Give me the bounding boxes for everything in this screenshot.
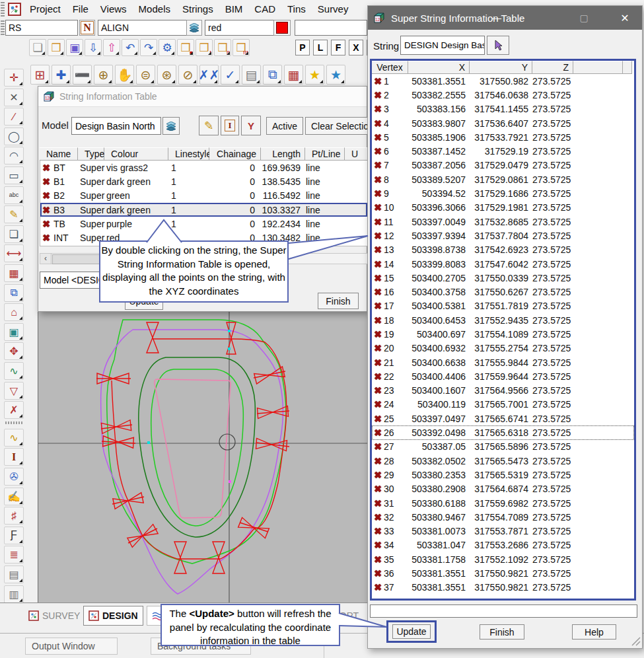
letter-x-button[interactable]: X	[349, 40, 363, 55]
vertex-row-16[interactable]: ✖16503400.3758317550.6267273.5725	[372, 285, 634, 299]
plot-window-button[interactable]: ▦	[284, 65, 303, 85]
vertex-row-34[interactable]: ✖34503381.047317553.2686273.5725	[372, 538, 634, 552]
vertex-row-23[interactable]: ✖23503400.1607317564.9566273.5725	[372, 384, 634, 398]
copy-window-button[interactable]: ⧉	[4, 284, 24, 302]
draw-point-button[interactable]: ✛	[4, 69, 24, 87]
edit-pencil-button[interactable]: ✎	[4, 205, 24, 223]
update-button[interactable]: Update	[392, 624, 431, 639]
vertex-row-2[interactable]: ✖2503382.2555317546.0638273.5725	[372, 88, 634, 102]
move-button[interactable]: ✥	[4, 342, 24, 360]
vertex-row-3[interactable]: ✖3503383.156317541.1455273.5725	[372, 102, 634, 116]
menu-project[interactable]: Project	[30, 0, 61, 18]
column-header-u[interactable]: U	[345, 147, 368, 161]
model-folder-button[interactable]: ❒■	[177, 39, 194, 56]
print-button[interactable]: ▤	[242, 65, 261, 85]
string-info-titlebar[interactable]: 12d String Information Table	[38, 87, 367, 107]
vertex-row-24[interactable]: ✖24503400.119317565.7001273.5725	[372, 398, 634, 412]
save-button[interactable]: ▣	[66, 39, 83, 56]
pick-string-button[interactable]	[487, 36, 509, 55]
column-header-blank[interactable]	[573, 61, 623, 74]
tab-survey[interactable]: SURVEY	[24, 606, 85, 626]
rail-button[interactable]: ≣	[4, 546, 24, 564]
delete-button[interactable]: ✗	[4, 401, 24, 419]
text-button[interactable]: abc	[4, 186, 24, 204]
vertex-row-26[interactable]: ✖26503392.0498317565.6318273.5725	[372, 425, 634, 439]
column-header-linestyle[interactable]: Linestyle	[168, 147, 209, 161]
menu-tins[interactable]: Tins	[287, 0, 306, 18]
vertex-row-27[interactable]: ✖27503387.05317565.5896273.5725	[372, 440, 634, 454]
menu-cad[interactable]: CAD	[254, 0, 275, 18]
vertex-row-31[interactable]: ✖31503380.6188317559.6982273.5725	[372, 496, 634, 510]
info-button[interactable]: I	[221, 116, 239, 135]
copy-view-button[interactable]: ⧉	[263, 65, 282, 85]
menu-strings[interactable]: Strings	[182, 0, 213, 18]
section-button[interactable]: ♯	[4, 507, 24, 525]
draw-line-button[interactable]: ∕	[4, 108, 24, 126]
string-row-bt[interactable]: ✖BTSupervis grass210169.9639line	[40, 161, 367, 174]
letter-p-button[interactable]: P	[295, 40, 310, 55]
vertex-row-33[interactable]: ✖33503381.0073317553.7871273.5725	[372, 525, 634, 538]
column-header-name[interactable]: Name	[40, 147, 78, 161]
measure-button[interactable]: ⟷	[4, 244, 24, 262]
minimize-button[interactable]: —	[487, 11, 507, 25]
break-string-button[interactable]: ✕	[4, 89, 24, 106]
vertex-row-36[interactable]: ✖36503381.3551317550.9821273.5725	[372, 566, 634, 580]
zoom-dynamic-button[interactable]: ⊜	[136, 65, 155, 85]
model-combo[interactable]: Design Basin North	[71, 117, 161, 135]
vertex-row-20[interactable]: ✖20503400.6932317555.2754273.5725	[372, 342, 634, 355]
column-header-length[interactable]: Length	[261, 147, 305, 161]
undo-button[interactable]: ↶	[122, 39, 139, 56]
zoom-out-button[interactable]: ➖	[73, 65, 92, 85]
redraw-brush-button[interactable]: ✓	[221, 65, 240, 85]
vertex-row-15[interactable]: ✖15503400.2705317550.0339273.5725	[372, 271, 634, 285]
folder-gear-3-button[interactable]: ❒!!!	[233, 39, 250, 56]
vertex-row-12[interactable]: ✖12503397.9394317537.7804273.5725	[372, 229, 634, 242]
vertex-row-4[interactable]: ✖4503383.9807317536.6407273.5725	[372, 116, 634, 130]
string-inquire-button[interactable]: Y	[241, 116, 261, 135]
colour-input[interactable]	[205, 20, 275, 36]
vertex-row-8[interactable]: ✖8503389.5207317529.0861273.5725	[372, 172, 634, 186]
menu-file[interactable]: File	[73, 0, 89, 18]
column-header-type[interactable]: Type	[78, 147, 104, 161]
folder-gear-1-button[interactable]: ❒!	[196, 39, 213, 56]
vertex-row-1[interactable]: ✖1503381.3551317550.982273.5725	[372, 74, 634, 88]
status-field[interactable]	[370, 604, 637, 618]
clear-view-button[interactable]: ✗✗	[199, 65, 219, 85]
freehand-button[interactable]: ∿	[4, 429, 24, 447]
active-button[interactable]: Active	[266, 117, 303, 135]
scroll-left-arrow[interactable]: ‹	[40, 254, 52, 264]
column-header-colour[interactable]: Colour	[104, 147, 168, 161]
arc-button[interactable]: ◠	[4, 147, 24, 164]
circle-button[interactable]: ◯	[4, 128, 24, 145]
finish-button[interactable]: Finish	[318, 293, 359, 309]
image-button[interactable]: ▣	[4, 323, 24, 341]
vertex-row-30[interactable]: ✖30503380.2908317564.6874273.5725	[372, 482, 634, 496]
vertex-row-25[interactable]: ✖25503397.0497317565.6741273.5725	[372, 412, 634, 425]
align-input[interactable]	[98, 20, 188, 36]
column-header-vertex[interactable]: Vertex	[372, 61, 408, 74]
menu-models[interactable]: Models	[139, 0, 170, 18]
menu-views[interactable]: Views	[100, 0, 127, 18]
import-button[interactable]: ⇩	[85, 39, 102, 56]
vertex-row-5[interactable]: ✖5503385.1906317533.7921273.5725	[372, 130, 634, 144]
column-header-chainage[interactable]: Chainage	[209, 147, 261, 161]
clear-selection-button[interactable]: Clear Selection	[305, 117, 368, 135]
string-dark-green[interactable]	[139, 357, 256, 537]
vertex-row-21[interactable]: ✖21503400.6638317555.9844273.5725	[372, 355, 634, 369]
vertex-row-29[interactable]: ✖29503380.2353317565.5319273.5725	[372, 468, 634, 482]
text-box-button[interactable]: I	[4, 448, 24, 466]
align-layers-button[interactable]	[186, 20, 202, 36]
column-header-blank[interactable]	[623, 61, 632, 74]
plot-colour-button[interactable]: ▥	[4, 585, 24, 603]
vertex-row-18[interactable]: ✖18503400.6453317552.9435273.5725	[372, 313, 634, 327]
edit-string-button[interactable]: ✎	[199, 116, 219, 135]
vertex-row-19[interactable]: ✖19503400.697317554.1089273.5725	[372, 327, 634, 341]
string-int-red[interactable]	[96, 322, 289, 573]
column-header-y[interactable]: Y	[470, 61, 532, 74]
tab-design[interactable]: DESIGN	[83, 606, 143, 626]
string-row-tb[interactable]: ✖TBSuperpurple10192.2434line	[40, 217, 367, 231]
column-header-ptline[interactable]: Pt/Line	[305, 147, 345, 161]
vertex-row-11[interactable]: ✖11503397.0049317532.8685273.5725	[372, 215, 634, 229]
grid-button[interactable]: ▦	[4, 264, 24, 282]
column-header-x[interactable]: X	[408, 61, 470, 74]
